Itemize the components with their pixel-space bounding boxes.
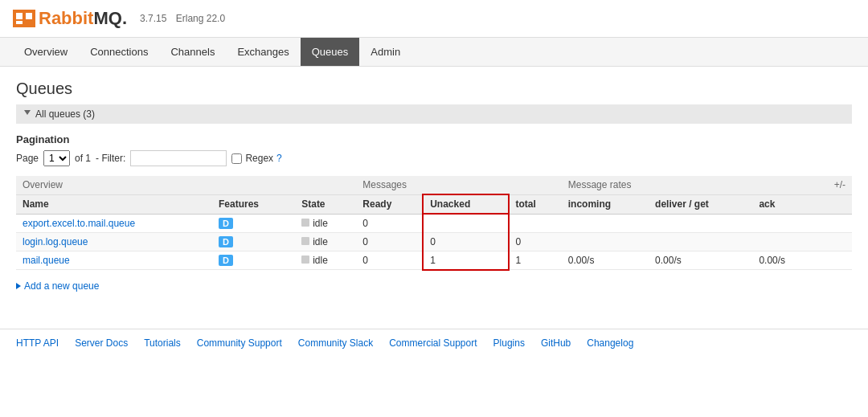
queue-name: login.log.queue xyxy=(16,232,212,251)
pagination-section: Pagination Page 1 of 1 - Filter: Regex ? xyxy=(16,133,852,166)
footer-link-plugins[interactable]: Plugins xyxy=(493,337,525,349)
nav-item-connections[interactable]: Connections xyxy=(79,38,159,66)
queue-name: mail.queue xyxy=(16,251,212,270)
svg-rect-2 xyxy=(26,13,32,19)
col-incoming: incoming xyxy=(562,194,649,214)
version-info: 3.7.15 Erlang 22.0 xyxy=(140,13,225,24)
page-label-text: Page xyxy=(16,153,39,164)
queue-ack xyxy=(752,232,813,251)
state-icon xyxy=(301,219,309,227)
add-queue-toggle[interactable]: Add a new queue xyxy=(16,280,852,292)
svg-rect-1 xyxy=(16,13,23,19)
nav-item-channels[interactable]: Channels xyxy=(159,38,226,66)
page-select[interactable]: 1 xyxy=(43,150,70,166)
footer-link-tutorials[interactable]: Tutorials xyxy=(144,337,181,349)
section-label: All queues (3) xyxy=(35,108,95,120)
queue-name-link[interactable]: login.log.queue xyxy=(23,236,88,247)
queue-total xyxy=(509,214,562,232)
col-ack: ack xyxy=(752,194,813,214)
queue-name-link[interactable]: export.excel.to.mail.queue xyxy=(23,218,135,229)
queue-features: D xyxy=(212,232,295,251)
queue-extra xyxy=(814,232,853,251)
queue-state: idle xyxy=(295,251,356,270)
queue-deliver-get: 0.00/s xyxy=(649,251,752,270)
nav-item-admin[interactable]: Admin xyxy=(359,38,411,66)
footer-link-commercial-support[interactable]: Commercial Support xyxy=(389,337,477,349)
col-header-row: Name Features State Ready Unacked total … xyxy=(16,194,852,214)
footer-link-community-support[interactable]: Community Support xyxy=(197,337,282,349)
collapse-icon xyxy=(24,110,31,118)
queue-unacked xyxy=(423,214,508,232)
main-nav: Overview Connections Channels Exchanges … xyxy=(0,38,868,67)
col-features: Features xyxy=(212,194,295,214)
add-queue-label: Add a new queue xyxy=(24,280,99,292)
logo: RabbitMQ. xyxy=(13,8,127,29)
overview-group-header: Overview xyxy=(16,176,356,194)
queue-features: D xyxy=(212,214,295,232)
footer-link-server-docs[interactable]: Server Docs xyxy=(75,337,128,349)
nav-item-exchanges[interactable]: Exchanges xyxy=(226,38,300,66)
queue-ack: 0.00/s xyxy=(752,251,813,270)
queue-ready: 0 xyxy=(356,251,423,270)
queue-ready: 0 xyxy=(356,232,423,251)
col-extra xyxy=(814,194,853,214)
nav-item-overview[interactable]: Overview xyxy=(13,38,79,66)
durable-badge: D xyxy=(219,218,233,229)
col-name: Name xyxy=(16,194,212,214)
queue-ack xyxy=(752,214,813,232)
queue-total: 0 xyxy=(509,232,562,251)
table-row: login.log.queue D idle 0 0 0 xyxy=(16,232,852,251)
version-number: 3.7.15 xyxy=(140,13,166,24)
logo-icon xyxy=(13,10,35,27)
app-header: RabbitMQ. 3.7.15 Erlang 22.0 xyxy=(0,0,868,38)
table-row: export.excel.to.mail.queue D idle 0 xyxy=(16,214,852,232)
col-state: State xyxy=(295,194,356,214)
col-group-row: Overview Messages Message rates +/- xyxy=(16,176,852,194)
page-of-text: of 1 xyxy=(75,153,91,164)
help-icon[interactable]: ? xyxy=(276,153,282,164)
nav-item-queues[interactable]: Queues xyxy=(301,38,360,66)
section-header[interactable]: All queues (3) xyxy=(16,104,852,124)
col-ready: Ready xyxy=(356,194,423,214)
queue-extra xyxy=(814,251,853,270)
footer-link-community-slack[interactable]: Community Slack xyxy=(298,337,373,349)
footer-link-changelog[interactable]: Changelog xyxy=(587,337,633,349)
queue-name-link[interactable]: mail.queue xyxy=(23,255,70,266)
pagination-label: Pagination xyxy=(16,133,852,145)
queues-table: Overview Messages Message rates +/- Name… xyxy=(16,176,852,271)
queue-name: export.excel.to.mail.queue xyxy=(16,214,212,232)
regex-label: Regex ? xyxy=(231,153,281,164)
queue-deliver-get xyxy=(649,232,752,251)
queue-incoming: 0.00/s xyxy=(562,251,649,270)
messages-group-header: Messages xyxy=(356,176,561,194)
plus-minus-header[interactable]: +/- xyxy=(814,176,853,194)
queue-incoming xyxy=(562,214,649,232)
col-total: total xyxy=(509,194,562,214)
footer-link-http-api[interactable]: HTTP API xyxy=(16,337,59,349)
state-icon xyxy=(301,256,309,264)
durable-badge: D xyxy=(219,236,233,247)
footer-link-github[interactable]: GitHub xyxy=(541,337,571,349)
pagination-controls: Page 1 of 1 - Filter: Regex ? xyxy=(16,150,852,166)
state-icon xyxy=(301,237,309,245)
col-unacked: Unacked xyxy=(423,194,508,214)
queue-extra xyxy=(814,214,853,232)
regex-checkbox[interactable] xyxy=(231,153,242,164)
page-title: Queues xyxy=(16,80,852,98)
table-row: mail.queue D idle 0 1 1 0.00/s 0.00/s 0.… xyxy=(16,251,852,270)
logo-name: RabbitMQ. xyxy=(39,8,127,29)
svg-rect-3 xyxy=(16,21,23,24)
filter-input[interactable] xyxy=(130,150,227,166)
queue-features: D xyxy=(212,251,295,270)
queue-ready: 0 xyxy=(356,214,423,232)
filter-dash: - Filter: xyxy=(96,153,125,164)
expand-icon xyxy=(16,283,21,289)
main-content: Queues All queues (3) Pagination Page 1 … xyxy=(0,67,868,305)
queue-unacked: 0 xyxy=(423,232,508,251)
queue-state: idle xyxy=(295,214,356,232)
queue-unacked: 1 xyxy=(423,251,508,270)
message-rates-group-header: Message rates xyxy=(562,176,814,194)
regex-text: Regex xyxy=(245,153,273,164)
queue-state: idle xyxy=(295,232,356,251)
durable-badge: D xyxy=(219,255,233,266)
